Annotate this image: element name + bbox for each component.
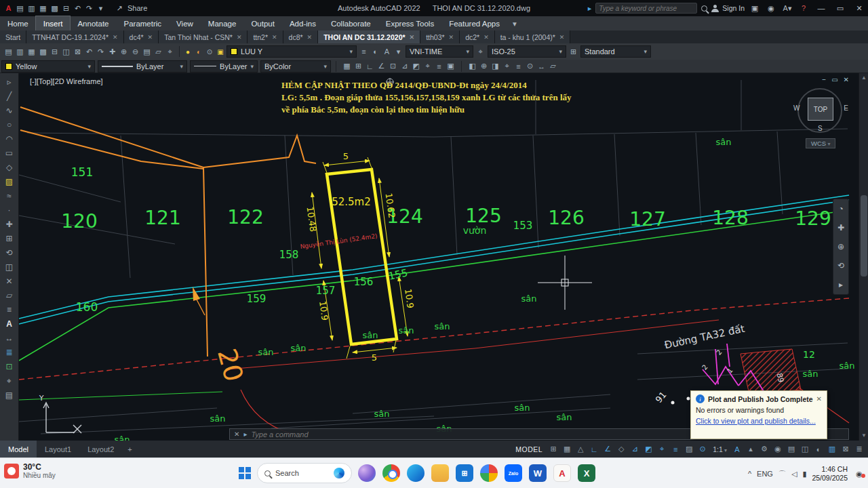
snap-icon[interactable]: ▦ [341,60,353,73]
polyline-icon[interactable]: ∿ [2,103,17,117]
measure-tool-icon[interactable]: ⌖ [501,60,513,73]
start-button[interactable] [239,467,251,479]
folder-app-icon[interactable] [431,464,449,482]
maximize-button[interactable]: ▭ [833,4,848,13]
notification-close-icon[interactable]: ✕ [816,395,822,403]
clock[interactable]: 1:46 CH 25/09/2025 [812,465,848,483]
selection-icon[interactable]: ▹ [2,75,17,89]
zoom-tool-icon[interactable]: ⊕ [837,239,844,254]
ortho-toggle[interactable]: ∟ [588,443,600,456]
word-app-icon[interactable]: W [529,464,547,482]
viewport-minimize-icon[interactable]: − [822,76,826,83]
lock-ui-toggle[interactable]: ◫ [799,443,811,456]
clip-icon[interactable]: ◨ [490,60,501,73]
publish-icon[interactable]: ⊠ [72,45,83,58]
ribbon-tab-manage[interactable]: Manage [201,16,244,30]
viewport-close-icon[interactable]: ✕ [844,76,849,83]
dynamic-ucs-toggle[interactable]: ◩ [642,443,654,456]
qnew-icon[interactable]: ▤ [3,45,14,58]
saveas-icon[interactable]: ▩ [37,45,49,58]
copy-icon[interactable]: ⊞ [2,231,17,245]
ribbon-tab-parametric[interactable]: Parametric [117,16,170,30]
grid-icon[interactable]: ⊞ [353,60,364,73]
lineweight-icon[interactable]: ≡ [433,60,445,73]
vertical-scrollbar[interactable]: ▲ ▼ [859,73,868,441]
table-style-combo[interactable]: Standard [580,45,651,58]
workspace-switching-toggle[interactable]: ⚙ [758,443,770,456]
copilot-app-icon[interactable] [358,464,376,482]
mirror-icon[interactable]: ◫ [2,260,17,274]
tray-expand-icon[interactable]: ^ [748,470,751,478]
block-icon[interactable]: ⊡ [2,359,17,373]
undo-icon[interactable]: ↶ [83,45,95,58]
properties-icon[interactable]: ▤ [141,45,153,58]
otrack-icon[interactable]: ⊿ [399,60,410,73]
file-tab[interactable]: dc4*✕ [124,30,159,43]
move-icon[interactable]: ✚ [2,217,17,231]
file-tab[interactable]: ta - khu 1 (2004)*✕ [495,30,571,43]
new-layout-button[interactable]: + [122,441,137,458]
layer-combo[interactable]: LUU Y [226,45,357,58]
isodraft-toggle[interactable]: ◇ [615,443,627,456]
rectangle-icon[interactable]: ▭ [2,146,17,160]
new-icon[interactable]: ▤ [14,2,26,14]
expand-arrow-icon[interactable]: ▸ [588,4,592,13]
distance-icon[interactable]: ↔ [536,60,547,73]
viewcube-south[interactable]: S [818,125,823,132]
file-tab-close-icon[interactable]: ✕ [113,34,118,41]
notification-bell-icon[interactable]: ◉ [765,3,777,14]
osnap-icon[interactable]: ⊡ [387,60,399,73]
grid-toggle[interactable]: ⊞ [547,443,559,456]
plotstyle-combo[interactable]: ByColor [260,60,331,73]
excel-app-icon[interactable]: X [578,464,595,482]
line-icon[interactable]: ╱ [2,89,17,103]
dimension-icon[interactable]: ↔ [2,331,17,345]
zoom-previous-icon[interactable]: ⊖ [130,45,141,58]
volume-icon[interactable]: ◁ [791,470,797,479]
rotate-icon[interactable]: ⟲ [2,245,17,260]
battery-icon[interactable]: ▮ [802,470,806,479]
wcs-dropdown[interactable]: WCS [806,138,835,148]
command-close-icon[interactable]: ✕ [234,430,239,438]
layout-tab-layout2[interactable]: Layout2 [79,441,122,458]
viewport-label[interactable]: [-][Top][2D Wireframe] [30,77,103,85]
layout-tab-model[interactable]: Model [0,441,37,458]
autodesk-apps-icon[interactable]: A▾ [781,3,793,14]
open-icon[interactable]: ▥ [26,2,37,14]
minimize-button[interactable]: — [814,4,829,12]
polar-icon[interactable]: ∠ [376,60,387,73]
file-tab-close-icon[interactable]: ✕ [559,34,565,41]
customize-toggle[interactable]: ≣ [853,443,865,456]
ribbon-tab-insert[interactable]: Insert [36,16,71,30]
point-icon[interactable]: · [2,203,17,217]
object-snap-tracking-toggle[interactable]: ⊿ [629,443,641,456]
file-tab-close-icon[interactable]: ✕ [272,34,277,41]
pan-hand-icon[interactable]: ✚ [837,220,844,235]
plot-icon[interactable]: ⊟ [60,2,72,14]
autocad-app-icon[interactable]: A [553,464,571,482]
xref-icon[interactable]: ◧ [467,60,478,73]
ribbon-tab-featured-apps[interactable]: Featured Apps [441,16,507,30]
layer-plot-icon[interactable]: ▣ [216,48,225,56]
taskbar-search[interactable]: Search [257,463,352,483]
annotation-visibility-toggle[interactable]: A [731,443,743,456]
file-tab[interactable]: TTNHAT DC-19.1.2024*✕ [26,30,123,43]
dropdown-icon[interactable]: ▾ [95,2,106,14]
cart-icon[interactable]: ▣ [749,3,761,14]
weather-widget[interactable]: 30°C Nhiều mây [4,462,56,479]
saveas-icon[interactable]: ▩ [49,2,60,14]
save-icon[interactable]: ▦ [26,45,37,58]
selection-cycling-toggle[interactable]: ⊙ [696,443,709,456]
wifi-icon[interactable]: ⌒ [778,469,786,479]
attach-icon[interactable]: ⊕ [478,60,490,73]
file-tab[interactable]: dc8*✕ [283,30,319,43]
ribbon-options-icon[interactable]: ▾ [507,16,522,30]
file-tab-close-icon[interactable]: ✕ [237,34,242,41]
viewcube-west[interactable]: W [793,104,800,112]
circle-icon[interactable]: ○ [2,117,17,131]
offset-icon[interactable]: ≡ [2,302,17,317]
undo-icon[interactable]: ↶ [72,2,83,14]
notification-center-icon[interactable]: ◉ [853,470,865,479]
redo-icon[interactable]: ↷ [83,2,95,14]
properties-icon[interactable]: ▤ [2,388,17,402]
